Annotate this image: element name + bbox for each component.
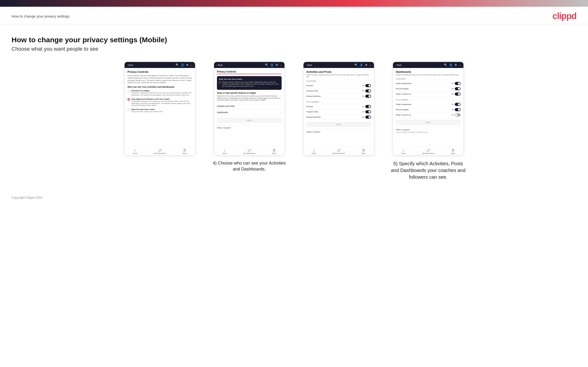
popup-radio-2: Only you and the coaches you connect wit…: [219, 81, 280, 87]
footer-performance-4[interactable]: 📈 My Performance: [422, 149, 434, 154]
coaches-label-4: COACHES: [396, 78, 460, 80]
help-support-label-4: Help & Support: [396, 127, 460, 131]
footer-menu-2[interactable]: ☰ Menu: [272, 149, 276, 154]
what-to-work-on-coaches-switch[interactable]: [455, 92, 460, 96]
phone-2-nav-icons: 🔍 👤 ⚙ ⌄: [265, 63, 282, 67]
footer-menu-3[interactable]: ☰ Menu: [362, 149, 366, 154]
footer-home-2[interactable]: ⌂ Home: [222, 149, 227, 154]
profile-icon-2[interactable]: 👤: [270, 63, 274, 67]
radio-only-you[interactable]: Only You and Your Coach Only you and the…: [128, 108, 192, 113]
phone-1-back-btn[interactable]: ‹ Back: [127, 64, 133, 66]
screenshot-group-3: ‹ Back 🔍 👤 ⚙ ⌄ Activities and Posts Sele…: [298, 62, 380, 155]
round-insights-followers-switch[interactable]: [455, 108, 460, 111]
phone-3-nav-icons: 🔍 👤 ⚙ ⌄: [355, 63, 372, 67]
phone-2-back-btn[interactable]: ‹ Back: [216, 64, 223, 66]
footer-home-3[interactable]: ⌂ Home: [312, 149, 316, 154]
round-insights-coaches-switch[interactable]: [455, 87, 460, 90]
screenshot-group-2: ‹ Back 🔍 👤 ⚙ ⌄ Privacy Controls Only You…: [208, 62, 290, 172]
coaches-label-3: COACHES: [306, 80, 371, 82]
search-icon-4[interactable]: 🔍: [444, 63, 447, 67]
header-title: How to change your privacy settings: [12, 14, 69, 18]
search-icon[interactable]: 🔍: [176, 63, 179, 67]
phone-1-nav-icons: 🔍 👤 ⚙ ⌄: [176, 63, 193, 67]
phone-1-nav: ‹ Back 🔍 👤 ⚙ ⌄: [125, 62, 195, 68]
privacy-tab-2: Privacy Controls: [217, 70, 282, 74]
phone-2-body: Privacy Controls Only You and Your Coach…: [214, 68, 285, 145]
home-icon-4: ⌂: [403, 149, 405, 152]
phone-3-nav: ‹ Back 🔍 👤 ⚙ ⌄: [303, 62, 374, 68]
player-dashboard-followers-switch[interactable]: [455, 103, 460, 106]
chevron-down-icon-2[interactable]: ⌄: [280, 63, 282, 67]
phone-4-footer: ⌂ Home 📈 My Performance ☰ Menu: [393, 147, 463, 155]
top-bar: [0, 0, 588, 7]
followers-label-4: FOLLOWERS: [396, 99, 460, 101]
settings-icon-4[interactable]: ⚙: [455, 63, 457, 67]
chevron-down-icon-4[interactable]: ⌄: [459, 63, 461, 67]
rounds-coaches-switch[interactable]: [365, 84, 371, 87]
radio-only-you-circle: [128, 108, 130, 111]
footer-menu-1[interactable]: ☰ Menu: [182, 149, 187, 154]
phone-4-nav-icons: 🔍 👤 ⚙ ⌄: [444, 63, 461, 67]
help-support-desc-4: Visit our Clippd community to troublesho…: [396, 131, 460, 133]
save-btn-3[interactable]: Save: [306, 122, 371, 127]
help-support-label-2: Help & Support: [217, 125, 282, 129]
manual-activities-coaches-switch[interactable]: [365, 95, 371, 98]
search-icon-2[interactable]: 🔍: [265, 63, 268, 67]
footer-home-4[interactable]: ⌂ Home: [401, 149, 406, 154]
profile-icon[interactable]: 👤: [181, 63, 184, 67]
main-content: How to change your privacy settings (Mob…: [0, 24, 588, 188]
header: How to change your privacy settings clip…: [0, 7, 588, 24]
search-icon-3[interactable]: 🔍: [355, 63, 358, 67]
footer-menu-4[interactable]: ☰ Menu: [451, 149, 455, 154]
footer-performance-3[interactable]: 📈 My Performance: [333, 149, 345, 154]
practice-drills-followers-switch[interactable]: [365, 110, 371, 113]
profile-icon-3[interactable]: 👤: [360, 63, 363, 67]
popup-box-2: Only You and Your Coach Only you and the…: [217, 76, 282, 90]
rounds-followers-toggle: Rounds ON: [306, 104, 371, 109]
rounds-followers-switch[interactable]: [365, 105, 371, 108]
chevron-down-icon[interactable]: ⌄: [190, 63, 193, 67]
menu-icon-3: ☰: [362, 149, 365, 152]
what-to-work-on-followers-switch[interactable]: [455, 113, 460, 117]
radio-approved-desc: Only approved followers and coaches you …: [131, 100, 192, 106]
what-to-work-on-followers-toggle: What To Work On ON: [396, 112, 460, 118]
footer-performance-1[interactable]: 📈 My Performance: [154, 149, 166, 154]
manual-activities-followers-switch[interactable]: [365, 116, 371, 119]
phone-4-back-btn[interactable]: ‹ Back: [395, 64, 402, 66]
phone-1: ‹ Back 🔍 👤 ⚙ ⌄ Privacy Controls Control …: [124, 62, 195, 155]
settings-icon[interactable]: ⚙: [186, 63, 189, 67]
radio-everyone[interactable]: Everyone on Clippd Everyone on Clippd ca…: [128, 90, 192, 96]
activities-posts-item[interactable]: Activities and Posts ›: [217, 103, 282, 109]
save-btn-2[interactable]: Save: [217, 118, 282, 123]
radio-everyone-label: Everyone on Clippd: [131, 90, 192, 92]
arrow-icon-2: ›: [281, 111, 282, 114]
phone-4-body: Dashboards Select the dashboards that yo…: [393, 68, 463, 145]
practice-drills-followers-toggle: Practice Drills ON: [306, 109, 371, 115]
settings-icon-2[interactable]: ⚙: [276, 63, 278, 67]
page-subheading: Choose what you want people to see: [12, 46, 576, 52]
what-to-work-on-coaches-toggle: What To Work On ON: [396, 92, 460, 97]
chevron-down-icon-3[interactable]: ⌄: [369, 63, 372, 67]
phone-1-footer: ⌂ Home 📈 My Performance ☰ Menu: [125, 147, 195, 155]
footer-home-1[interactable]: ⌂ Home: [133, 149, 137, 154]
player-dashboard-coaches-switch[interactable]: [455, 82, 460, 85]
screen3-title: Activities and Posts: [306, 70, 371, 73]
radio-approved-circle: [128, 98, 130, 101]
profile-icon-4[interactable]: 👤: [449, 63, 453, 67]
performance-icon-1: 📈: [158, 149, 162, 152]
phone-3-back-btn[interactable]: ‹ Back: [306, 64, 312, 66]
phone-2: ‹ Back 🔍 👤 ⚙ ⌄ Privacy Controls Only You…: [214, 62, 285, 155]
settings-icon-3[interactable]: ⚙: [365, 63, 367, 67]
footer-performance-2[interactable]: 📈 My Performance: [243, 149, 255, 154]
practice-drills-coaches-toggle: Practice Drills ON: [306, 88, 371, 94]
copyright: Copyright Clippd 2022: [12, 196, 43, 199]
menu-icon-4: ☰: [452, 149, 455, 152]
phone-1-body: Privacy Controls Control how you and you…: [125, 68, 195, 145]
radio-approved[interactable]: Only Approved Followers and Your Coach O…: [128, 98, 192, 106]
phone-3-body: Activities and Posts Select the types of…: [303, 68, 374, 145]
save-btn-4[interactable]: Save: [396, 120, 460, 125]
practice-drills-coaches-switch[interactable]: [365, 89, 371, 92]
screen4-title: Dashboards: [396, 70, 460, 73]
phone-3-footer: ⌂ Home 📈 My Performance ☰ Menu: [303, 147, 374, 155]
dashboards-item[interactable]: Dashboards ›: [217, 109, 282, 116]
